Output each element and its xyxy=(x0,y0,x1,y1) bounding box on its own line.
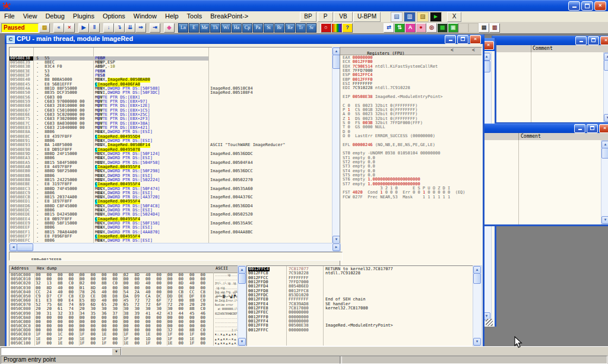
menu-item-debug[interactable]: Debug xyxy=(41,11,68,20)
toolbar-button-re[interactable]: Re xyxy=(285,23,295,33)
vertical-scrollbar[interactable]: ▲ ▼ xyxy=(601,140,608,224)
disasm-row[interactable]: 00508E8C.E8 4397F8FFCALL ImageRed.004955… xyxy=(10,135,332,139)
pause-icon[interactable]: ‖ xyxy=(89,23,100,33)
disasm-row[interactable]: 00508EC3.8B0D 74F45000MOV ECX,DWORD PTR … xyxy=(10,187,332,191)
animate-over-icon[interactable]: ⇒ xyxy=(135,23,146,33)
toolbar-button-ln[interactable]: Ln xyxy=(178,23,188,33)
stack-row[interactable]: 0012FFD07FFD7000 xyxy=(247,280,473,284)
minimize-button[interactable] xyxy=(575,36,587,45)
plugin-menu-button-u-bpm[interactable]: U-BPM xyxy=(353,12,381,22)
restore-button[interactable] xyxy=(581,1,593,11)
step-into-icon[interactable]: ↓ xyxy=(103,23,114,33)
goto-icon[interactable]: ◆ xyxy=(164,23,175,33)
log-list-icon[interactable]: ▥ xyxy=(489,23,500,33)
menu-item-options[interactable]: Options xyxy=(99,11,129,20)
maximize-button[interactable] xyxy=(588,36,599,45)
toolbar-button-br[interactable]: Br xyxy=(274,23,284,33)
letter-a-icon[interactable]: A xyxy=(405,23,416,33)
toolbar-button-me[interactable]: Me xyxy=(200,23,210,33)
register-line[interactable]: EIP 00508E38 ImageRed.<ModuleEntryPoint> xyxy=(343,95,480,99)
minimize-button[interactable] xyxy=(445,35,456,44)
maximize-button[interactable] xyxy=(457,35,468,44)
close-button[interactable]: × xyxy=(600,36,608,45)
register-line[interactable]: T 0 GS 0000 NULL xyxy=(343,125,480,129)
disasm-row[interactable]: 00508EF7.E8 F896F8FFCALL ImageRed.004955… xyxy=(10,235,332,239)
main-titlebar[interactable]: × xyxy=(0,0,608,11)
plugin-menu-button-vb[interactable]: VB xyxy=(334,12,353,22)
disasm-row[interactable]: 00508ED6.8B0D C8F45000MOV ECX,DWORD PTR … xyxy=(10,204,332,208)
stack-row[interactable]: 0012FFD48054B6ED xyxy=(247,284,473,289)
console-icon[interactable]: ► xyxy=(430,12,442,22)
toolbar-button-th[interactable]: Th xyxy=(210,23,220,33)
disasm-row[interactable]: 00508EE9.8B0D 58F15000MOV ECX,DWORD PTR … xyxy=(10,221,332,226)
updown-arrows-icon[interactable]: ⇅ xyxy=(394,23,405,33)
scroll-thumb[interactable] xyxy=(604,60,608,71)
stack-row[interactable]: 0012FFF000000000 xyxy=(247,315,473,319)
stack-row[interactable]: 0012FFD80012FFC8 xyxy=(247,289,473,293)
toolbar-button-sr[interactable]: Sr xyxy=(306,23,316,33)
minimize-button[interactable] xyxy=(574,124,585,133)
menu-item-plugins[interactable]: Plugins xyxy=(69,11,99,20)
menu-item-breakpoint[interactable]: BreakPoint-> xyxy=(206,11,252,20)
close-button[interactable]: × xyxy=(594,1,606,11)
green-window-icon[interactable]: ▣ xyxy=(448,23,458,33)
spiral-icon[interactable]: ◎ xyxy=(426,23,437,33)
register-line[interactable]: FCW 027F Prec NEAR,53 Mask 1 1 1 1 1 1 xyxy=(343,195,480,200)
toolbar-button-tr[interactable]: Tr xyxy=(296,23,306,33)
cpu-titlebar[interactable]: C CPU - main thread, module ImageRed × xyxy=(5,34,484,44)
minimize-button[interactable] xyxy=(568,1,580,11)
toolbar-button-ha[interactable]: Ha xyxy=(232,23,242,33)
register-line[interactable]: EFL 00000246 (NO,NB,E,BE,NS,PE,GE,LE) xyxy=(343,143,480,147)
run-icon[interactable]: ▶ xyxy=(78,23,89,33)
toolbar-button-pa[interactable]: Pa xyxy=(253,23,263,33)
stack-row[interactable]: 0012FFE87C817080kernel32.7C817080 xyxy=(247,306,473,311)
scroll-thumb[interactable] xyxy=(473,273,481,284)
scroll-thumb[interactable] xyxy=(601,148,608,159)
disassembly-hscrollbar[interactable]: ◄ ► xyxy=(9,243,341,252)
open-file-icon[interactable]: ▨ xyxy=(39,23,50,33)
help-icon[interactable]: ? xyxy=(342,23,353,33)
close-program-icon[interactable]: × xyxy=(64,23,75,33)
dump-row[interactable]: 0050C1001F001E001F001F001E001F001E001F00… xyxy=(10,341,238,346)
swap-arrows-icon[interactable]: ⇄ xyxy=(384,23,394,33)
stack-row[interactable]: 0012FFE0FFFFFFFFEnd of SEH chain xyxy=(247,297,473,302)
stack-row[interactable]: 0012FFFC00000000 xyxy=(247,328,473,333)
menu-item-help[interactable]: Help xyxy=(161,11,183,20)
menu-item-window[interactable]: Window xyxy=(129,11,161,20)
menu-item-tools[interactable]: Tools xyxy=(183,11,207,20)
record-dot-icon[interactable]: ● xyxy=(416,23,426,33)
scroll-down-icon[interactable]: ▼ xyxy=(238,338,246,346)
side-window-top-titlebar[interactable]: × xyxy=(492,36,608,45)
disasm-row[interactable]: 00508E3E.53PUSH EBX xyxy=(10,69,332,74)
menu-item-file[interactable]: File xyxy=(0,11,19,20)
maximize-button[interactable] xyxy=(587,124,598,133)
matrix-icon[interactable]: ▦ xyxy=(437,23,448,33)
scroll-down-icon[interactable]: ▼ xyxy=(601,216,608,224)
scroll-down-icon[interactable]: ▼ xyxy=(473,338,481,346)
side-window-bottom-titlebar[interactable]: × xyxy=(479,124,608,133)
stack-row[interactable]: 0012FFCCFFFFFFFF xyxy=(247,276,473,280)
folder-icon[interactable]: ▨ xyxy=(417,12,429,22)
disasm-row[interactable]: 00508EB0.8B0D 98F25000MOV ECX,DWORD PTR … xyxy=(10,169,332,173)
book-icon[interactable]: ▥ xyxy=(404,12,416,22)
registers-prev-icon[interactable]: < xyxy=(451,48,454,52)
restart-icon[interactable]: « xyxy=(53,23,64,33)
plugin-menu-button-bp[interactable]: BP xyxy=(300,12,316,22)
scroll-right-icon[interactable]: ► xyxy=(332,243,340,251)
dump-scrollbar[interactable]: ▲ ▼ xyxy=(238,265,246,346)
stack-row[interactable]: 0012FFC87C910228ntdll.7C910228 xyxy=(247,271,473,276)
register-line[interactable]: O 0 LastErr ERROR_SUCCESS (00000000) xyxy=(343,134,480,138)
close-button[interactable]: × xyxy=(470,35,481,44)
step-over-icon[interactable]: ↴ xyxy=(114,23,125,33)
stack-row[interactable]: 0012FFF800508E38ImageRed.<ModuleEntryPoi… xyxy=(247,324,473,328)
gear-icon[interactable]: ○ xyxy=(321,23,331,33)
toolbar-button-e[interactable]: E xyxy=(189,23,199,33)
toolbar-button-cp[interactable]: Cp xyxy=(242,23,252,33)
disasm-row[interactable]: 00508E3B.83C4 F0ADD ESP,-10 xyxy=(10,65,332,69)
notepad-icon[interactable]: ▤ xyxy=(391,12,403,22)
registers-prev2-icon[interactable]: < xyxy=(472,48,475,52)
toolbar-button-st[interactable]: St xyxy=(264,23,274,33)
scroll-thumb[interactable] xyxy=(238,273,246,284)
report-list-icon[interactable]: ▤ xyxy=(479,23,489,33)
rainbow-icon[interactable] xyxy=(331,23,342,33)
